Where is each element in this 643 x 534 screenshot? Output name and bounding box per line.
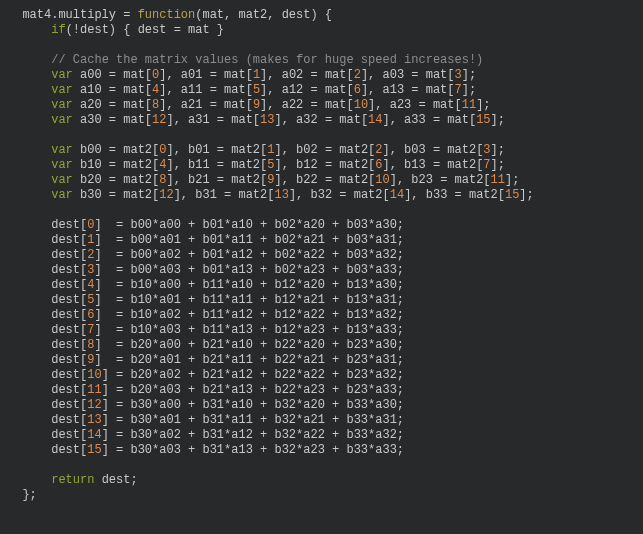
code-token-pl: dest[	[8, 383, 87, 397]
code-token-pl: ] = b10*a01 + b11*a11 + b12*a21 + b13*a3…	[94, 293, 404, 307]
code-token-pl: ];	[491, 113, 505, 127]
code-token-pl: b00 = mat2[	[73, 143, 159, 157]
code-line: var a20 = mat[8], a21 = mat[9], a22 = ma…	[8, 98, 491, 112]
code-block: mat4.multiply = function(mat, mat2, dest…	[0, 0, 643, 511]
code-line: // Cache the matrix values (makes for hu…	[8, 53, 483, 67]
code-token-pl: dest;	[94, 473, 137, 487]
code-token-pl: dest[	[8, 338, 87, 352]
code-token-num: 6	[375, 158, 382, 172]
code-line: return dest;	[8, 473, 138, 487]
code-token-pl: ], b32 = mat2[	[289, 188, 390, 202]
code-token-pl: ] = b20*a01 + b21*a11 + b22*a21 + b23*a3…	[94, 353, 404, 367]
code-line: dest[6] = b10*a02 + b11*a12 + b12*a22 + …	[8, 308, 404, 322]
code-token-num: 11	[491, 173, 505, 187]
code-token-pl: dest[	[8, 263, 87, 277]
code-token-pl	[8, 188, 51, 202]
code-token-num: 3	[483, 143, 490, 157]
code-token-num: 12	[87, 398, 101, 412]
code-line: var b00 = mat2[0], b01 = mat2[1], b02 = …	[8, 143, 505, 157]
code-token-pl: dest[	[8, 398, 87, 412]
code-line: dest[3] = b00*a03 + b01*a13 + b02*a23 + …	[8, 263, 404, 277]
code-token-num: 2	[375, 143, 382, 157]
code-token-pl	[8, 143, 51, 157]
code-token-kw: var	[51, 113, 73, 127]
code-line: dest[1] = b00*a01 + b01*a11 + b02*a21 + …	[8, 233, 404, 247]
code-token-pl: b10 = mat2[	[73, 158, 159, 172]
code-token-pl: dest[	[8, 368, 87, 382]
code-line: if(!dest) { dest = mat }	[8, 23, 224, 37]
code-token-pl: dest[	[8, 353, 87, 367]
code-token-pl: ], a12 = mat[	[260, 83, 354, 97]
code-token-pl: dest[	[8, 248, 87, 262]
code-token-pl: ] = b00*a02 + b01*a12 + b02*a22 + b03*a3…	[94, 248, 404, 262]
code-line: dest[0] = b00*a00 + b01*a10 + b02*a20 + …	[8, 218, 404, 232]
code-token-pl: ] = b30*a00 + b31*a10 + b32*a20 + b33*a3…	[102, 398, 404, 412]
code-token-kw: var	[51, 83, 73, 97]
code-token-num: 12	[159, 188, 173, 202]
code-token-pl: ] = b30*a03 + b31*a13 + b32*a23 + b33*a3…	[102, 443, 404, 457]
code-token-pl: dest[	[8, 413, 87, 427]
code-token-num: 7	[483, 158, 490, 172]
code-token-pl: ], b23 = mat2[	[390, 173, 491, 187]
code-token-pl	[8, 113, 51, 127]
code-token-pl: dest[	[8, 428, 87, 442]
code-token-num: 14	[87, 428, 101, 442]
code-token-pl: dest[	[8, 218, 87, 232]
code-line: };	[8, 488, 37, 502]
code-token-num: 10	[87, 368, 101, 382]
code-token-pl: ], a03 = mat[	[361, 68, 455, 82]
code-token-num: 10	[375, 173, 389, 187]
code-token-pl: ], b02 = mat2[	[274, 143, 375, 157]
code-token-pl: b20 = mat2[	[73, 173, 159, 187]
code-token-pl: ] = b10*a03 + b11*a13 + b12*a23 + b13*a3…	[94, 323, 404, 337]
code-token-pl: ], a21 = mat[	[159, 98, 253, 112]
code-token-pl: ], b22 = mat2[	[274, 173, 375, 187]
code-token-pl: ];	[505, 173, 519, 187]
code-token-pl: };	[8, 488, 37, 502]
code-token-pl: ], b13 = mat2[	[383, 158, 484, 172]
code-line: dest[9] = b20*a01 + b21*a11 + b22*a21 + …	[8, 353, 404, 367]
code-token-fn: function	[138, 8, 196, 22]
code-token-pl: ] = b10*a02 + b11*a12 + b12*a22 + b13*a3…	[94, 308, 404, 322]
code-token-pl: mat4.multiply =	[8, 8, 138, 22]
code-token-pl: ], b01 = mat2[	[166, 143, 267, 157]
code-token-pl: dest[	[8, 308, 87, 322]
code-token-kw: var	[51, 188, 73, 202]
code-token-num: 15	[87, 443, 101, 457]
code-token-pl	[8, 173, 51, 187]
code-token-pl: ], a33 = mat[	[383, 113, 477, 127]
code-token-num: 3	[455, 68, 462, 82]
code-line: dest[7] = b10*a03 + b11*a13 + b12*a23 + …	[8, 323, 404, 337]
code-token-pl: ], b11 = mat2[	[166, 158, 267, 172]
code-token-pl: ], b31 = mat2[	[174, 188, 275, 202]
code-token-pl: ] = b20*a00 + b21*a10 + b22*a20 + b23*a3…	[94, 338, 404, 352]
code-token-num: 1	[253, 68, 260, 82]
code-token-pl: b30 = mat2[	[73, 188, 159, 202]
code-token-pl	[8, 53, 51, 67]
code-token-pl: a30 = mat[	[73, 113, 152, 127]
code-token-num: 12	[152, 113, 166, 127]
code-token-pl	[8, 473, 51, 487]
code-token-num: 10	[354, 98, 368, 112]
code-token-num: 15	[476, 113, 490, 127]
code-token-pl: a10 = mat[	[73, 83, 152, 97]
code-token-num: 13	[87, 413, 101, 427]
code-token-pl: ], a13 = mat[	[361, 83, 455, 97]
code-token-kw: if	[51, 23, 65, 37]
code-token-pl	[8, 23, 51, 37]
code-token-num: 11	[462, 98, 476, 112]
code-token-pl: ], a31 = mat[	[166, 113, 260, 127]
code-token-kw: return	[51, 473, 94, 487]
code-token-pl: a20 = mat[	[73, 98, 152, 112]
code-token-pl: dest[	[8, 443, 87, 457]
code-token-pl: ] = b20*a03 + b21*a13 + b22*a23 + b23*a3…	[102, 383, 404, 397]
code-token-num: 13	[274, 188, 288, 202]
code-token-num: 11	[87, 383, 101, 397]
code-token-pl	[8, 68, 51, 82]
code-line: dest[10] = b20*a02 + b21*a12 + b22*a22 +…	[8, 368, 404, 382]
code-token-pl: ], b03 = mat2[	[383, 143, 484, 157]
code-token-pl: dest[	[8, 323, 87, 337]
code-token-pl: ] = b30*a01 + b31*a11 + b32*a21 + b33*a3…	[102, 413, 404, 427]
code-line: dest[2] = b00*a02 + b01*a12 + b02*a22 + …	[8, 248, 404, 262]
code-token-pl: ];	[519, 188, 533, 202]
